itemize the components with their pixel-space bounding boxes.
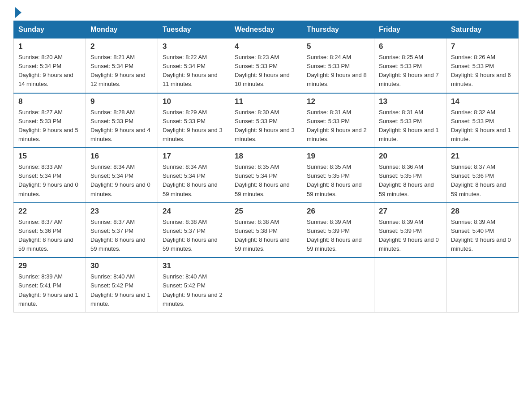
day-info: Sunrise: 8:37 AMSunset: 5:37 PMDaylight:… xyxy=(90,218,153,254)
page-header xyxy=(13,9,519,16)
calendar-cell: 27Sunrise: 8:39 AMSunset: 5:39 PMDayligh… xyxy=(374,203,446,258)
day-info: Sunrise: 8:33 AMSunset: 5:34 PMDaylight:… xyxy=(18,163,81,199)
day-number: 8 xyxy=(18,97,81,106)
calendar-cell: 5Sunrise: 8:24 AMSunset: 5:33 PMDaylight… xyxy=(302,39,374,93)
day-info: Sunrise: 8:20 AMSunset: 5:34 PMDaylight:… xyxy=(18,53,81,89)
calendar-cell: 22Sunrise: 8:37 AMSunset: 5:36 PMDayligh… xyxy=(14,203,86,258)
day-number: 30 xyxy=(90,261,153,270)
day-info: Sunrise: 8:35 AMSunset: 5:34 PMDaylight:… xyxy=(235,163,297,199)
day-number: 5 xyxy=(307,42,369,51)
day-number: 17 xyxy=(163,152,225,161)
calendar-cell: 12Sunrise: 8:31 AMSunset: 5:33 PMDayligh… xyxy=(302,93,374,148)
day-info: Sunrise: 8:37 AMSunset: 5:36 PMDaylight:… xyxy=(451,163,514,199)
day-info: Sunrise: 8:27 AMSunset: 5:33 PMDaylight:… xyxy=(18,108,81,144)
day-info: Sunrise: 8:26 AMSunset: 5:33 PMDaylight:… xyxy=(451,53,514,89)
day-info: Sunrise: 8:32 AMSunset: 5:33 PMDaylight:… xyxy=(451,108,514,144)
calendar-cell xyxy=(230,257,302,312)
day-number: 6 xyxy=(379,42,442,51)
calendar-cell: 14Sunrise: 8:32 AMSunset: 5:33 PMDayligh… xyxy=(446,93,519,148)
day-info: Sunrise: 8:28 AMSunset: 5:33 PMDaylight:… xyxy=(90,108,153,144)
calendar-cell: 15Sunrise: 8:33 AMSunset: 5:34 PMDayligh… xyxy=(14,148,86,203)
calendar-cell: 13Sunrise: 8:31 AMSunset: 5:33 PMDayligh… xyxy=(374,93,446,148)
calendar-week-row: 29Sunrise: 8:39 AMSunset: 5:41 PMDayligh… xyxy=(14,257,519,312)
day-info: Sunrise: 8:31 AMSunset: 5:33 PMDaylight:… xyxy=(379,108,442,144)
day-info: Sunrise: 8:40 AMSunset: 5:42 PMDaylight:… xyxy=(90,272,153,308)
day-number: 16 xyxy=(90,152,153,161)
day-info: Sunrise: 8:38 AMSunset: 5:38 PMDaylight:… xyxy=(235,218,297,254)
day-info: Sunrise: 8:36 AMSunset: 5:35 PMDaylight:… xyxy=(379,163,442,199)
col-header-saturday: Saturday xyxy=(446,21,519,39)
day-number: 21 xyxy=(451,152,514,161)
day-number: 26 xyxy=(307,207,369,216)
calendar-cell: 9Sunrise: 8:28 AMSunset: 5:33 PMDaylight… xyxy=(86,93,158,148)
day-info: Sunrise: 8:25 AMSunset: 5:33 PMDaylight:… xyxy=(379,53,442,89)
calendar-cell: 18Sunrise: 8:35 AMSunset: 5:34 PMDayligh… xyxy=(230,148,302,203)
calendar-cell xyxy=(374,257,446,312)
calendar-cell: 17Sunrise: 8:34 AMSunset: 5:34 PMDayligh… xyxy=(158,148,230,203)
day-info: Sunrise: 8:21 AMSunset: 5:34 PMDaylight:… xyxy=(90,53,153,89)
logo xyxy=(13,9,21,16)
calendar-week-row: 22Sunrise: 8:37 AMSunset: 5:36 PMDayligh… xyxy=(14,203,519,258)
calendar-cell xyxy=(302,257,374,312)
calendar-cell: 23Sunrise: 8:37 AMSunset: 5:37 PMDayligh… xyxy=(86,203,158,258)
col-header-monday: Monday xyxy=(86,21,158,39)
day-info: Sunrise: 8:29 AMSunset: 5:33 PMDaylight:… xyxy=(163,108,225,144)
calendar-cell: 21Sunrise: 8:37 AMSunset: 5:36 PMDayligh… xyxy=(446,148,519,203)
day-number: 12 xyxy=(307,97,369,106)
day-number: 28 xyxy=(451,207,514,216)
calendar-cell: 8Sunrise: 8:27 AMSunset: 5:33 PMDaylight… xyxy=(14,93,86,148)
day-number: 13 xyxy=(379,97,442,106)
calendar-cell: 29Sunrise: 8:39 AMSunset: 5:41 PMDayligh… xyxy=(14,257,86,312)
day-number: 1 xyxy=(18,42,81,51)
calendar-cell: 7Sunrise: 8:26 AMSunset: 5:33 PMDaylight… xyxy=(446,39,519,93)
logo-arrow-icon xyxy=(15,7,21,18)
calendar-cell: 28Sunrise: 8:39 AMSunset: 5:40 PMDayligh… xyxy=(446,203,519,258)
calendar-cell: 25Sunrise: 8:38 AMSunset: 5:38 PMDayligh… xyxy=(230,203,302,258)
day-info: Sunrise: 8:39 AMSunset: 5:39 PMDaylight:… xyxy=(379,218,442,254)
calendar-cell: 24Sunrise: 8:38 AMSunset: 5:37 PMDayligh… xyxy=(158,203,230,258)
col-header-tuesday: Tuesday xyxy=(158,21,230,39)
day-number: 25 xyxy=(235,207,297,216)
day-info: Sunrise: 8:31 AMSunset: 5:33 PMDaylight:… xyxy=(307,108,369,144)
day-info: Sunrise: 8:23 AMSunset: 5:33 PMDaylight:… xyxy=(235,53,297,89)
calendar-cell: 31Sunrise: 8:40 AMSunset: 5:42 PMDayligh… xyxy=(158,257,230,312)
day-number: 18 xyxy=(235,152,297,161)
day-number: 11 xyxy=(235,97,297,106)
day-info: Sunrise: 8:39 AMSunset: 5:40 PMDaylight:… xyxy=(451,218,514,254)
day-number: 31 xyxy=(163,261,225,270)
calendar-cell: 20Sunrise: 8:36 AMSunset: 5:35 PMDayligh… xyxy=(374,148,446,203)
calendar-cell: 10Sunrise: 8:29 AMSunset: 5:33 PMDayligh… xyxy=(158,93,230,148)
day-number: 9 xyxy=(90,97,153,106)
day-number: 23 xyxy=(90,207,153,216)
day-info: Sunrise: 8:22 AMSunset: 5:34 PMDaylight:… xyxy=(163,53,225,89)
col-header-thursday: Thursday xyxy=(302,21,374,39)
day-number: 27 xyxy=(379,207,442,216)
col-header-sunday: Sunday xyxy=(14,21,86,39)
day-number: 24 xyxy=(163,207,225,216)
day-number: 19 xyxy=(307,152,369,161)
calendar-cell: 2Sunrise: 8:21 AMSunset: 5:34 PMDaylight… xyxy=(86,39,158,93)
calendar-cell: 3Sunrise: 8:22 AMSunset: 5:34 PMDaylight… xyxy=(158,39,230,93)
day-number: 22 xyxy=(18,207,81,216)
day-info: Sunrise: 8:30 AMSunset: 5:33 PMDaylight:… xyxy=(235,108,297,144)
calendar-cell: 19Sunrise: 8:35 AMSunset: 5:35 PMDayligh… xyxy=(302,148,374,203)
calendar-cell: 11Sunrise: 8:30 AMSunset: 5:33 PMDayligh… xyxy=(230,93,302,148)
col-header-wednesday: Wednesday xyxy=(230,21,302,39)
day-info: Sunrise: 8:34 AMSunset: 5:34 PMDaylight:… xyxy=(163,163,225,199)
calendar-cell: 30Sunrise: 8:40 AMSunset: 5:42 PMDayligh… xyxy=(86,257,158,312)
day-info: Sunrise: 8:37 AMSunset: 5:36 PMDaylight:… xyxy=(18,218,81,254)
calendar-cell: 4Sunrise: 8:23 AMSunset: 5:33 PMDaylight… xyxy=(230,39,302,93)
day-number: 29 xyxy=(18,261,81,270)
day-number: 2 xyxy=(90,42,153,51)
calendar-cell: 16Sunrise: 8:34 AMSunset: 5:34 PMDayligh… xyxy=(86,148,158,203)
day-info: Sunrise: 8:39 AMSunset: 5:39 PMDaylight:… xyxy=(307,218,369,254)
day-info: Sunrise: 8:35 AMSunset: 5:35 PMDaylight:… xyxy=(307,163,369,199)
day-info: Sunrise: 8:40 AMSunset: 5:42 PMDaylight:… xyxy=(163,272,225,308)
calendar-cell: 6Sunrise: 8:25 AMSunset: 5:33 PMDaylight… xyxy=(374,39,446,93)
calendar-cell: 1Sunrise: 8:20 AMSunset: 5:34 PMDaylight… xyxy=(14,39,86,93)
calendar-week-row: 15Sunrise: 8:33 AMSunset: 5:34 PMDayligh… xyxy=(14,148,519,203)
day-info: Sunrise: 8:34 AMSunset: 5:34 PMDaylight:… xyxy=(90,163,153,199)
day-info: Sunrise: 8:38 AMSunset: 5:37 PMDaylight:… xyxy=(163,218,225,254)
day-number: 15 xyxy=(18,152,81,161)
calendar-table: SundayMondayTuesdayWednesdayThursdayFrid… xyxy=(13,21,519,313)
